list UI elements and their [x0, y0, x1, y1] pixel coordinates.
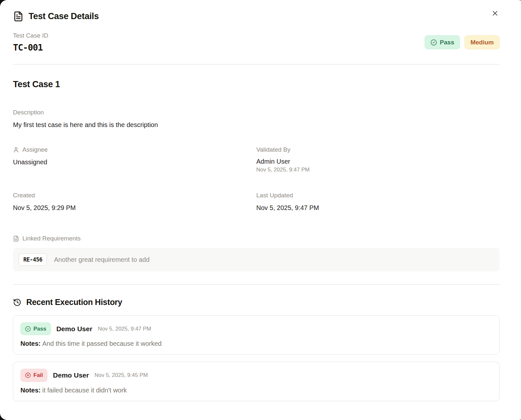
notes-text: it failed because it didn't work	[42, 387, 127, 394]
execution-time: Nov 5, 2025, 9:45 PM	[94, 372, 148, 379]
created-value: Nov 5, 2025, 9:29 PM	[13, 204, 256, 212]
file-icon	[13, 236, 19, 242]
history-card: Pass Demo User Nov 5, 2025, 9:47 PM Note…	[13, 315, 500, 355]
test-case-id-label: Test Case ID	[13, 32, 48, 39]
badge-group: Pass Medium	[425, 35, 500, 50]
created-label: Created	[13, 192, 256, 199]
modal-title: Test Case Details	[29, 11, 99, 21]
notes-label: Notes:	[20, 340, 41, 347]
check-circle-icon	[430, 39, 437, 46]
linked-requirements-label: Linked Requirements	[22, 235, 81, 242]
close-button[interactable]	[490, 8, 500, 19]
validated-by-name: Admin User	[256, 158, 500, 165]
divider	[13, 284, 500, 285]
assignee-value: Unassigned	[13, 158, 256, 166]
created-block: Created Nov 5, 2025, 9:29 PM	[13, 192, 256, 212]
requirement-id-chip: RE-456	[19, 253, 47, 266]
test-case-details-modal: Test Case Details Test Case ID TC-001 Pa…	[0, 0, 521, 420]
info-grid: Assignee Unassigned Validated By Admin U…	[13, 146, 500, 212]
user-icon	[13, 147, 19, 153]
execution-time: Nov 5, 2025, 9:47 PM	[98, 326, 151, 332]
executor-name: Demo User	[53, 371, 89, 379]
last-updated-block: Last Updated Nov 5, 2025, 9:47 PM	[256, 192, 500, 212]
description-text: My first test case is here and this is t…	[13, 121, 500, 129]
x-circle-icon	[25, 372, 31, 378]
status-badge-label: Pass	[33, 325, 46, 332]
notes-label: Notes:	[20, 387, 41, 394]
test-case-name: Test Case 1	[13, 79, 500, 89]
status-badge: Pass	[20, 322, 51, 335]
validated-by-time: Nov 5, 2025, 9:47 PM	[256, 167, 500, 173]
description-label: Description	[13, 109, 500, 116]
requirement-row[interactable]: RE-456 Another great requirement to add	[13, 248, 500, 271]
priority-badge-label: Medium	[470, 39, 494, 46]
status-badge-label: Pass	[440, 39, 454, 46]
close-icon	[491, 9, 499, 18]
test-case-id-value: TC-001	[13, 42, 48, 52]
history-heading: Recent Execution History	[13, 298, 500, 307]
last-updated-label: Last Updated	[256, 192, 500, 199]
last-updated-value: Nov 5, 2025, 9:47 PM	[256, 204, 500, 212]
status-badge: Fail	[20, 369, 47, 381]
priority-badge: Medium	[465, 35, 500, 50]
validated-by-block: Validated By Admin User Nov 5, 2025, 9:4…	[256, 146, 500, 173]
history-title: Recent Execution History	[26, 298, 122, 307]
linked-requirements-header: Linked Requirements	[13, 235, 500, 242]
status-badge-label: Fail	[33, 372, 43, 379]
status-badge: Pass	[425, 35, 460, 50]
assignee-label: Assignee	[22, 146, 48, 153]
check-circle-icon	[25, 326, 31, 332]
executor-name: Demo User	[56, 325, 92, 333]
validated-by-label: Validated By	[256, 146, 500, 153]
assignee-block: Assignee Unassigned	[13, 146, 256, 173]
history-clock-icon	[13, 298, 21, 307]
file-text-icon	[13, 11, 24, 22]
test-case-id-block: Test Case ID TC-001	[13, 32, 48, 52]
divider	[13, 64, 500, 64]
requirement-text: Another great requirement to add	[54, 256, 150, 263]
modal-header: Test Case Details	[13, 11, 500, 22]
history-card: Fail Demo User Nov 5, 2025, 9:45 PM Note…	[13, 362, 500, 401]
notes-text: And this time it passed because it worke…	[42, 340, 162, 347]
